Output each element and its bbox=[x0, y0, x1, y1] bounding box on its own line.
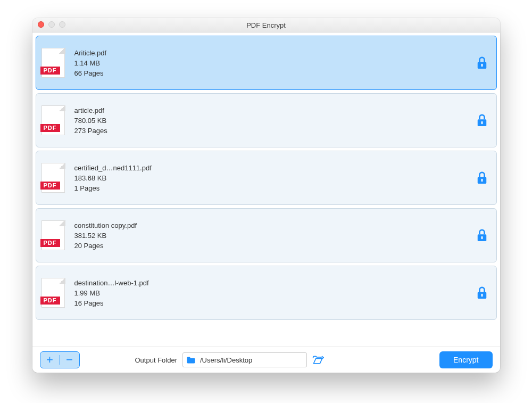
file-row[interactable]: PDFarticle.pdf780.05 KB273 Pages bbox=[36, 93, 497, 147]
file-row[interactable]: PDFcertified_d…ned1111.pdf183.68 KB1 Pag… bbox=[36, 151, 497, 205]
app-window: PDF Encrypt PDFAriticle.pdf1.14 MB66 Pag… bbox=[32, 18, 500, 373]
window-title: PDF Encrypt bbox=[32, 21, 500, 29]
file-meta: constitution copy.pdf381.52 KB20 Pages bbox=[74, 221, 476, 250]
file-name: destination…l-web-1.pdf bbox=[74, 279, 476, 287]
file-pages: 273 Pages bbox=[74, 127, 476, 135]
add-remove-group: + − bbox=[40, 351, 80, 368]
svg-rect-9 bbox=[481, 294, 483, 297]
lock-icon[interactable] bbox=[476, 286, 488, 300]
pdf-badge: PDF bbox=[40, 124, 60, 132]
file-row[interactable]: PDFconstitution copy.pdf381.52 KB20 Page… bbox=[36, 208, 497, 262]
lock-icon[interactable] bbox=[476, 113, 488, 127]
svg-rect-5 bbox=[481, 179, 483, 182]
pdf-file-icon: PDF bbox=[41, 278, 65, 308]
file-name: Ariticle.pdf bbox=[74, 49, 476, 57]
lock-icon[interactable] bbox=[476, 171, 488, 185]
titlebar: PDF Encrypt bbox=[32, 18, 500, 32]
file-row[interactable]: PDFAriticle.pdf1.14 MB66 Pages bbox=[36, 36, 497, 90]
file-name: certified_d…ned1111.pdf bbox=[74, 164, 476, 172]
file-pages: 16 Pages bbox=[74, 299, 476, 307]
pdf-file-icon: PDF bbox=[41, 105, 65, 135]
remove-file-button[interactable]: − bbox=[60, 352, 79, 368]
add-file-button[interactable]: + bbox=[40, 352, 60, 368]
output-path-input[interactable] bbox=[199, 356, 303, 365]
zoom-window-button[interactable] bbox=[59, 21, 65, 28]
pdf-badge: PDF bbox=[40, 297, 60, 305]
pdf-file-icon: PDF bbox=[41, 48, 65, 78]
file-meta: article.pdf780.05 KB273 Pages bbox=[74, 106, 476, 135]
close-window-button[interactable] bbox=[38, 21, 44, 28]
file-meta: destination…l-web-1.pdf1.99 MB16 Pages bbox=[74, 279, 476, 307]
folder-icon bbox=[186, 356, 196, 364]
minimize-window-button[interactable] bbox=[48, 21, 55, 28]
svg-rect-3 bbox=[481, 121, 483, 125]
bottom-toolbar: + − Output Folder bbox=[32, 347, 500, 373]
file-size: 381.52 KB bbox=[74, 232, 476, 240]
pdf-file-icon: PDF bbox=[41, 220, 65, 250]
pdf-file-icon: PDF bbox=[41, 163, 65, 193]
pdf-badge: PDF bbox=[40, 67, 60, 75]
file-row[interactable]: PDFdestination…l-web-1.pdf1.99 MB16 Page… bbox=[36, 266, 497, 320]
browse-folder-button[interactable] bbox=[312, 355, 324, 365]
file-size: 780.05 KB bbox=[74, 117, 476, 125]
file-list: PDFAriticle.pdf1.14 MB66 PagesPDFarticle… bbox=[32, 32, 500, 347]
lock-icon[interactable] bbox=[476, 228, 488, 242]
file-name: article.pdf bbox=[74, 106, 476, 114]
output-folder-label: Output Folder bbox=[135, 356, 178, 364]
pdf-badge: PDF bbox=[40, 182, 60, 190]
file-size: 1.14 MB bbox=[74, 59, 476, 67]
traffic-lights bbox=[38, 21, 65, 28]
pdf-badge: PDF bbox=[40, 239, 60, 247]
file-meta: certified_d…ned1111.pdf183.68 KB1 Pages bbox=[74, 164, 476, 192]
output-path-field[interactable] bbox=[182, 352, 307, 367]
file-pages: 66 Pages bbox=[74, 69, 476, 77]
svg-rect-1 bbox=[481, 64, 483, 67]
file-meta: Ariticle.pdf1.14 MB66 Pages bbox=[74, 49, 476, 77]
encrypt-button[interactable]: Encrypt bbox=[439, 351, 492, 368]
file-name: constitution copy.pdf bbox=[74, 221, 476, 229]
file-pages: 20 Pages bbox=[74, 242, 476, 250]
file-pages: 1 Pages bbox=[74, 184, 476, 192]
svg-rect-7 bbox=[481, 236, 483, 240]
file-size: 183.68 KB bbox=[74, 174, 476, 182]
file-size: 1.99 MB bbox=[74, 289, 476, 297]
lock-icon[interactable] bbox=[476, 56, 488, 70]
